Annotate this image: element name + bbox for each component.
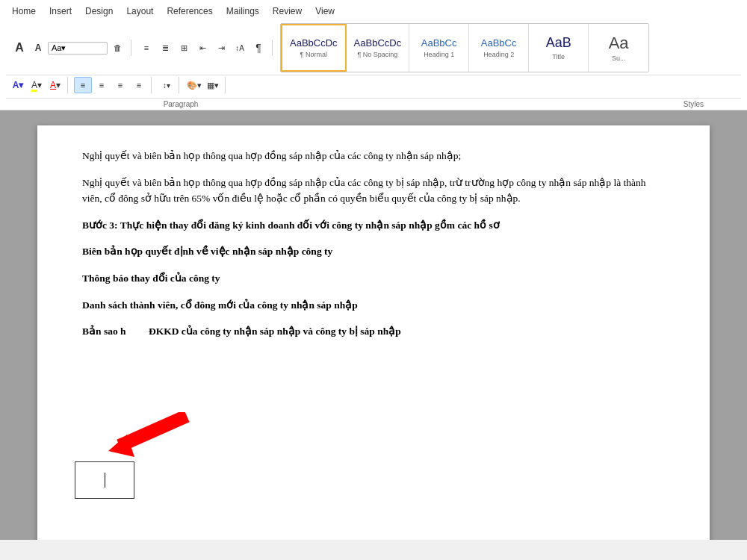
annotation-arrow [105,412,194,460]
text-cursor [105,473,105,488]
svg-line-0 [120,416,187,446]
toolbar-row-2: A▾ A▾ A▾ ≡ ≡ ≡ ≡ ↕▾ 🎨▾ ▦▾ [6,75,741,98]
align-left-btn[interactable]: ≡ [74,77,92,93]
pilcrow-btn[interactable]: ¶ [249,40,267,56]
style-no-spacing-preview: AaBbCcDc [354,37,402,49]
menu-design[interactable]: Design [79,4,119,18]
font-color-btn[interactable]: A▾ [46,77,64,93]
paragraph-section-label: Paragraph [6,99,356,110]
font-size-small-btn[interactable]: A [29,40,47,56]
font-size-group: A A Aa▾ 🗑 [6,40,131,56]
paragraph-3: Bước 3: Thực hiện thay đổi đăng ký kinh … [82,217,665,234]
paragraph-5: Thông báo thay đổi của công ty [82,270,665,287]
numbered-list-btn[interactable]: ≣ [156,40,174,56]
style-no-spacing[interactable]: AaBbCcDc ¶ No Spacing [347,24,410,72]
paragraph-4: Biên bản họp quyết định về việc nhận sáp… [82,243,665,260]
menu-review[interactable]: Review [267,4,308,18]
style-heading2[interactable]: AaBbCc Heading 2 [469,24,529,72]
paragraph-6: Danh sách thành viên, cổ đông mới của cô… [82,297,665,314]
toolbar-row-1: A A Aa▾ 🗑 ≡ ≣ ⊞ ⇤ ⇥ ↕A ¶ AaBbCcDc ¶ Norm… [6,21,741,75]
ribbon: Home Insert Design Layout References Mai… [0,0,747,111]
sort-btn[interactable]: ↕A [231,40,249,56]
style-title-label: Title [552,53,565,60]
align-justify-btn[interactable]: ≡ [130,77,148,93]
line-spacing-btn[interactable]: ↕▾ [158,77,176,93]
multilevel-list-btn[interactable]: ⊞ [175,40,193,56]
menu-references[interactable]: References [161,4,218,18]
menu-layout[interactable]: Layout [120,4,159,18]
style-normal-label: ¶ Normal [300,51,327,58]
styles-gallery: AaBbCcDc ¶ Normal AaBbCcDc ¶ No Spacing … [280,23,649,72]
style-heading1-label: Heading 1 [424,51,454,58]
border-btn[interactable]: ▦▾ [204,77,222,93]
menu-view[interactable]: View [309,4,341,18]
style-heading1-preview: AaBbCc [421,37,457,49]
style-subtitle[interactable]: Aa Su... [589,24,648,72]
style-no-spacing-label: ¶ No Spacing [357,51,397,58]
menu-bar: Home Insert Design Layout References Mai… [6,3,741,21]
document-page: Nghị quyết và biên bản họp thông qua hợp… [37,125,710,540]
align-right-btn[interactable]: ≡ [111,77,129,93]
paragraph-2: Nghị quyết và biên bản họp thông qua hợp… [82,175,665,207]
font-name-dropdown[interactable]: Aa▾ [48,42,108,55]
bullet-list-btn[interactable]: ≡ [137,40,155,56]
style-subtitle-label: Su... [612,55,626,62]
shading-btn[interactable]: 🎨▾ [185,77,203,93]
spacing-group: ↕▾ [155,77,179,93]
style-subtitle-preview: Aa [609,34,629,53]
paragraph-1: Nghị quyết và biên bản họp thông qua hợp… [82,148,665,164]
list-group: ≡ ≣ ⊞ ⇤ ⇥ ↕A ¶ [133,40,273,56]
menu-insert[interactable]: Insert [43,4,78,18]
style-title-preview: AaB [546,35,571,52]
style-normal[interactable]: AaBbCcDc ¶ Normal [281,24,347,72]
style-heading1[interactable]: AaBbCc Heading 1 [409,24,469,72]
menu-home[interactable]: Home [6,4,42,18]
clear-format-btn[interactable]: 🗑 [108,40,126,56]
highlight-btn[interactable]: A▾ [28,77,46,93]
style-heading2-preview: AaBbCc [481,37,517,49]
document-area: Nghị quyết và biên bản họp thông qua hợp… [0,111,747,540]
cursor-box[interactable] [75,461,134,499]
alignment-group: ≡ ≡ ≡ ≡ [71,77,152,93]
style-normal-preview: AaBbCcDc [290,37,338,49]
text-effect-btn[interactable]: A▾ [9,77,27,93]
section-labels: Paragraph Styles [6,98,741,110]
format-group-1: A▾ A▾ A▾ [6,77,68,93]
styles-section-label: Styles [356,99,741,110]
indent-decrease-btn[interactable]: ⇤ [193,40,211,56]
align-center-btn[interactable]: ≡ [93,77,111,93]
shading-group: 🎨▾ ▦▾ [182,77,226,93]
style-title[interactable]: AaB Title [529,24,589,72]
indent-increase-btn[interactable]: ⇥ [212,40,230,56]
menu-mailings[interactable]: Mailings [220,4,265,18]
paragraph-7: Bản sao h ĐKKD của công ty nhận sáp nhập… [82,323,665,340]
style-heading2-label: Heading 2 [483,51,514,58]
font-size-large-btn[interactable]: A [10,40,28,56]
